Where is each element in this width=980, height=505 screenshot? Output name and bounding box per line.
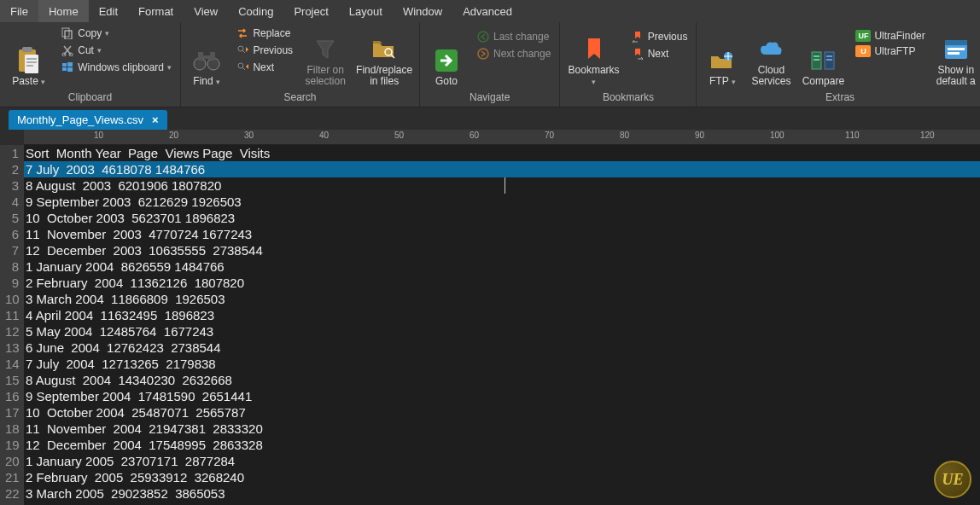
caret-down-icon: ▾: [41, 78, 45, 86]
menu-file[interactable]: File: [0, 0, 38, 22]
goto-button[interactable]: Goto: [425, 24, 468, 87]
menu-home[interactable]: Home: [38, 0, 89, 22]
code-line: 12 December 2004 17548995 2863328: [24, 437, 980, 453]
line-number: 15: [5, 372, 19, 388]
menu-advanced[interactable]: Advanced: [452, 0, 522, 22]
replace-button[interactable]: Replace: [232, 26, 296, 41]
code-area[interactable]: Sort Month Year Page Views Page Visits7 …: [24, 145, 980, 505]
find-previous-button[interactable]: Previous: [232, 43, 296, 58]
last-change-button[interactable]: Last change: [473, 29, 554, 44]
cut-button[interactable]: Cut ▾: [57, 43, 175, 58]
code-line: 7 July 2004 12713265 2179838: [24, 356, 980, 372]
goto-icon: [433, 47, 460, 74]
code-line: 4 April 2004 11632495 1896823: [24, 307, 980, 323]
cloud-label: Cloud Services: [748, 65, 794, 87]
svg-rect-12: [62, 67, 67, 71]
cut-label: Cut: [78, 44, 94, 56]
uftp-label: UltraFTP: [874, 45, 915, 57]
copy-button[interactable]: Copy ▾: [57, 26, 175, 41]
paste-label: Paste: [12, 75, 38, 87]
ruler-tick: 20: [169, 131, 178, 140]
menu-view[interactable]: View: [184, 0, 228, 22]
ruler-tick: 120: [920, 131, 935, 140]
ruler-tick: 40: [319, 131, 329, 140]
caret-down-icon: ▾: [732, 78, 736, 86]
previous-icon: [236, 44, 249, 57]
app-window-icon: [942, 36, 970, 63]
uf-label: UltraFinder: [874, 30, 925, 42]
ultrafinder-button[interactable]: UFUltraFinder: [852, 29, 928, 43]
line-number: 6: [5, 226, 19, 242]
group-label: Bookmarks: [565, 90, 691, 107]
line-number: 3: [5, 177, 19, 194]
menu-layout[interactable]: Layout: [339, 0, 393, 22]
line-number: 20: [5, 453, 19, 469]
showin-label: Show in default a: [934, 65, 978, 87]
line-number: 2: [5, 161, 19, 177]
bookmark-previous-button[interactable]: Previous: [627, 29, 691, 44]
group-label: Navigate: [425, 90, 554, 107]
menu-coding[interactable]: Coding: [228, 0, 283, 22]
line-number: 18: [5, 421, 19, 437]
caret-down-icon: ▾: [592, 78, 596, 86]
code-line: 8 August 2003 6201906 1807820: [24, 177, 980, 194]
paste-icon: [15, 47, 43, 74]
svg-rect-13: [67, 67, 73, 72]
code-line: 10 October 2004 25487071 2565787: [24, 404, 980, 421]
code-line: 10 October 2003 5623701 1896823: [24, 210, 980, 226]
code-line: 7 July 2003 4618078 1484766: [24, 161, 980, 177]
windows-clipboard-button[interactable]: Windows clipboard ▾: [57, 60, 175, 75]
arrow-left-circle-icon: [476, 30, 490, 44]
menu-edit[interactable]: Edit: [89, 0, 128, 22]
cloud-icon: [757, 36, 785, 63]
compare-button[interactable]: Compare: [799, 24, 847, 87]
file-tab[interactable]: Monthly_Page_Views.csv ×: [9, 110, 167, 130]
replace-label: Replace: [253, 27, 290, 39]
ultraftp-button[interactable]: UUltraFTP: [852, 44, 928, 58]
bookmarks-label: Bookmarks: [569, 64, 620, 76]
find-in-files-button[interactable]: Find/replace in files: [354, 24, 414, 87]
tab-label: Monthly_Page_Views.csv: [17, 113, 143, 126]
menu-format[interactable]: Format: [128, 0, 184, 22]
svg-rect-5: [26, 65, 33, 67]
line-gutter: 12345678910111213141516171819202122: [0, 145, 24, 505]
menu-bar: FileHomeEditFormatViewCodingProjectLayou…: [0, 0, 980, 22]
cloud-button[interactable]: Cloud Services: [748, 24, 794, 87]
menu-project[interactable]: Project: [283, 0, 338, 22]
code-line: 6 June 2004 12762423 2738544: [24, 340, 980, 356]
line-number: 5: [5, 210, 19, 226]
filter-button[interactable]: Filter on selection: [301, 24, 349, 87]
caret-down-icon: ▾: [105, 29, 109, 38]
line-number: 12: [5, 323, 19, 340]
svg-rect-31: [826, 59, 832, 61]
arrow-right-circle-icon: [476, 47, 490, 61]
next-change-button[interactable]: Next change: [473, 46, 554, 61]
show-in-default-button[interactable]: Show in default a: [934, 24, 978, 87]
bookmark-prev-icon: [631, 30, 645, 44]
bm-next-label: Next: [648, 48, 669, 60]
bookmarks-button[interactable]: Bookmarks ▾: [565, 24, 621, 87]
group-label: Clipboard: [5, 90, 175, 107]
paste-button[interactable]: Paste ▾: [5, 24, 52, 87]
find-next-button[interactable]: Next: [232, 60, 296, 75]
code-line: 8 August 2004 14340230 2632668: [24, 372, 980, 388]
lastchange-label: Last change: [493, 31, 549, 43]
svg-rect-30: [826, 55, 832, 57]
svg-rect-34: [948, 48, 965, 50]
menu-window[interactable]: Window: [393, 0, 452, 22]
code-line: 2 February 2005 25933912 3268240: [24, 469, 980, 485]
ruler-tick: 90: [695, 131, 704, 140]
ftp-label: FTP: [709, 75, 728, 87]
line-number: 22: [5, 485, 19, 502]
find-button[interactable]: Find ▾: [186, 24, 227, 87]
tab-close-button[interactable]: ×: [152, 113, 159, 126]
line-number: 9: [5, 275, 19, 291]
ribbon-group-search: Find ▾ Replace Previous Next Filter on s…: [181, 22, 420, 107]
ftp-button[interactable]: FTP ▾: [702, 24, 743, 87]
bookmark-next-button[interactable]: Next: [627, 46, 691, 61]
bookmark-next-icon: [631, 47, 645, 61]
code-line: 1 January 2005 23707171 2877284: [24, 453, 980, 469]
funnel-icon: [312, 36, 339, 63]
ruler-tick: 110: [845, 131, 860, 140]
find-label: Find: [193, 75, 213, 87]
